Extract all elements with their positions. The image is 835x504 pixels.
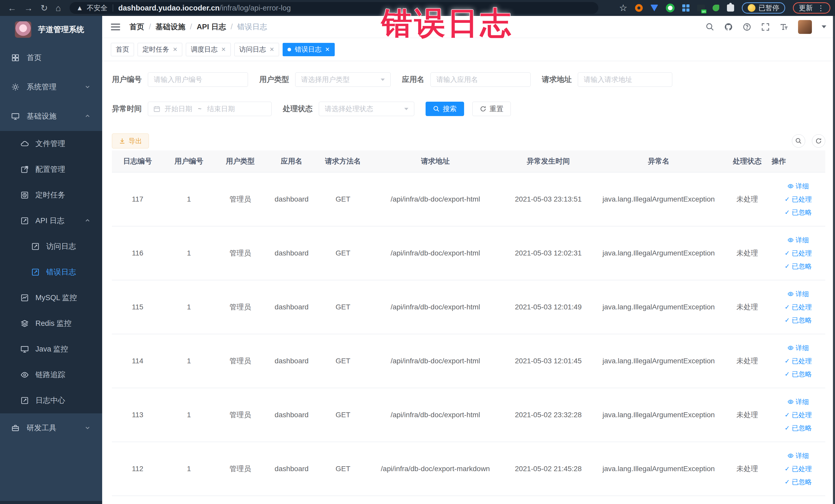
mark-processed-link[interactable]: ✓ 已处理 [785,303,812,312]
user-type-select[interactable]: 请选择用户类型 [295,73,391,87]
sidebar-item-infra[interactable]: 基础设施 [0,102,102,131]
browser-extensions-area: ☆ on 已暂停 更新 ⋮ [619,2,835,14]
sidebar-item-apilog[interactable]: API 日志 [0,208,102,234]
sidebar-item-job[interactable]: 定时任务 [0,182,102,208]
help-icon[interactable] [742,23,751,31]
column-header: 用户编号 [163,156,215,166]
tab-job[interactable]: 定时任务 ✕ [138,43,182,56]
sidebar-collapse-icon[interactable] [111,24,120,30]
extension-icon-leaf[interactable] [713,5,719,11]
avatar-caret-down-icon[interactable] [822,25,826,28]
mark-processed-link[interactable]: ✓ 已处理 [785,195,812,204]
detail-link[interactable]: 详细 [788,236,809,245]
not-secure-label: 不安全 [87,3,107,13]
home-icon[interactable]: ⌂ [56,0,61,16]
clock-icon [21,191,29,199]
tab-job-log[interactable]: 调度日志 ✕ [186,43,230,56]
reset-button[interactable]: 重置 [472,102,511,116]
app-name-input[interactable] [430,73,531,87]
mark-processed-link[interactable]: ✓ 已处理 [785,249,812,258]
detail-link[interactable]: 详细 [788,344,809,352]
tab-error-log[interactable]: 错误日志 ✕ [283,43,334,56]
exception-time-range-picker[interactable]: 开始日期 ~ 结束日期 [148,102,271,116]
user-id-label: 用户编号 [112,75,142,85]
mark-ignored-link[interactable]: ✓ 已忽略 [785,424,812,432]
detail-link[interactable]: 详细 [788,182,809,191]
cell-actions: 详细 ✓ 已处理 ✓ 已忽略 [772,344,825,379]
refresh-icon [480,105,486,112]
fullscreen-icon[interactable] [761,23,770,31]
sidebar-item-file[interactable]: 文件管理 [0,131,102,157]
tab-access-log[interactable]: 访问日志 ✕ [235,43,279,56]
extension-icon-green[interactable] [666,4,675,12]
close-icon[interactable]: ✕ [221,46,226,53]
extensions-puzzle-icon[interactable] [727,4,734,12]
detail-link[interactable]: 详细 [788,289,809,299]
check-icon: ✓ [785,263,790,270]
reload-icon[interactable]: ↻ [41,0,48,16]
sidebar-item-home[interactable]: 首页 [0,43,102,73]
cell-method: GET [317,411,369,419]
mark-processed-link[interactable]: ✓ 已处理 [785,464,812,473]
cell-exception-name: java.lang.IllegalArgumentException [594,195,723,203]
export-button[interactable]: 导出 [112,134,149,148]
browser-menu-icon[interactable]: ⋮ [817,4,824,12]
breadcrumb-home[interactable]: 首页 [129,22,144,32]
mark-processed-link[interactable]: ✓ 已处理 [785,357,812,366]
close-icon[interactable]: ✕ [269,46,274,53]
request-url-input[interactable] [578,73,672,87]
bookmark-star-icon[interactable]: ☆ [619,3,627,13]
sidebar-item-java[interactable]: Java 监控 [0,336,102,362]
address-bar[interactable]: ▲ 不安全 dashboard.yudao.iocoder.cn/infra/l… [69,2,598,14]
extension-icon-shield[interactable] [650,5,658,11]
detail-link[interactable]: 详细 [788,451,809,460]
extension-icon-on-badge[interactable]: on [697,5,705,11]
check-icon: ✓ [785,209,790,216]
cell-request-url: /api/infra/db-doc/export-html [369,411,502,419]
toggle-search-button[interactable] [792,134,805,148]
sidebar-item-redis[interactable]: Redis 监控 [0,311,102,336]
font-size-icon[interactable] [779,23,788,31]
cell-process-status: 未处理 [723,410,772,420]
cell-user-type: 管理员 [215,194,266,204]
github-icon[interactable] [724,23,733,31]
user-id-input[interactable] [148,73,248,87]
tab-home[interactable]: 首页 [111,43,134,56]
sidebar-item-logcenter[interactable]: 日志中心 [0,388,102,414]
mark-ignored-link[interactable]: ✓ 已忽略 [785,478,812,486]
breadcrumb-apilog[interactable]: API 日志 [197,22,226,32]
search-button[interactable]: 搜索 [426,102,464,116]
cell-exception-time: 2021-05-03 23:13:51 [502,195,594,203]
extension-icon-grid[interactable] [682,4,690,12]
sidebar-item-system[interactable]: 系统管理 [0,73,102,102]
sidebar-item-trace[interactable]: 链路追踪 [0,362,102,388]
mark-ignored-link[interactable]: ✓ 已忽略 [785,262,812,271]
cell-user-type: 管理员 [215,356,266,366]
sidebar-item-config[interactable]: 配置管理 [0,157,102,182]
mark-ignored-link[interactable]: ✓ 已忽略 [785,208,812,217]
back-icon[interactable]: ← [8,0,16,16]
breadcrumb-infra[interactable]: 基础设施 [156,22,185,32]
close-icon[interactable]: ✕ [173,46,177,53]
mark-ignored-link[interactable]: ✓ 已忽略 [785,316,812,325]
close-icon[interactable]: ✕ [325,46,330,53]
sidebar-item-mysql[interactable]: MySQL 监控 [0,285,102,311]
user-avatar[interactable] [798,20,812,34]
process-status-select[interactable]: 请选择处理状态 [319,102,414,116]
mark-processed-link[interactable]: ✓ 已处理 [785,410,812,420]
check-icon: ✓ [785,196,790,203]
detail-link[interactable]: 详细 [788,398,809,406]
app-logo-row[interactable]: 芋道管理系统 [0,16,102,43]
sidebar-item-access-log[interactable]: 访问日志 [0,234,102,259]
sidebar-item-dev-tools[interactable]: 研发工具 [0,414,102,443]
search-icon[interactable] [706,23,714,31]
refresh-table-button[interactable] [812,134,825,148]
cell-user-id: 1 [163,357,215,365]
browser-update-button[interactable]: 更新 ⋮ [793,2,830,14]
mark-ignored-link[interactable]: ✓ 已忽略 [785,370,812,379]
profile-paused-chip[interactable]: 已暂停 [742,2,785,14]
extension-icon-orange[interactable] [635,4,643,12]
sidebar-item-error-log[interactable]: 错误日志 [0,259,102,285]
cell-process-status: 未处理 [723,356,772,366]
forward-icon[interactable]: → [24,0,33,16]
